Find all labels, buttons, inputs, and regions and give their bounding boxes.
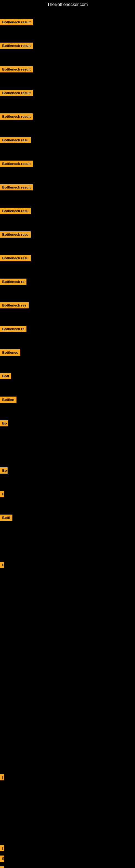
bottleneck-badge: Bo [0,420,8,426]
bottleneck-badge: Bottleneck resu [0,231,31,238]
bottleneck-badge: B [0,866,4,868]
bottleneck-badge: Bott [0,373,11,379]
bottleneck-badge: Bottleneck result [0,161,33,167]
bottleneck-badge: | [0,774,4,780]
bottleneck-badge: Bottleneck re [0,326,27,332]
bottleneck-badge: Bottleneck result [0,42,33,49]
bottleneck-badge: B [0,856,4,862]
bottleneck-badge: Bottleneck re [0,279,27,285]
bottleneck-badge: Bottleneck resu [0,137,31,143]
bottleneck-badge: Bottleneck resu [0,255,31,261]
bottleneck-badge: Bottleneck result [0,184,33,190]
bottleneck-badge: | [0,845,4,851]
bottleneck-badge: Bottleneck res [0,302,29,308]
bottleneck-badge: Bottleneck result [0,90,33,96]
bottleneck-badge: Bottlenec [0,349,20,355]
bottleneck-badge: Bottleneck result [0,66,33,72]
bottleneck-badge: B [0,562,4,568]
bottleneck-badge: Bottleneck result [0,19,33,25]
bottleneck-badge: B [0,491,4,497]
site-title: TheBottlenecker.com [0,0,135,9]
bottleneck-badge: Bottl [0,515,12,521]
bottleneck-badge: Bottleneck resu [0,208,31,214]
bottleneck-badge: Bottleneck result [0,113,33,120]
bottleneck-badge: Bottlen [0,397,16,403]
bottleneck-badge: Bo [0,467,8,474]
